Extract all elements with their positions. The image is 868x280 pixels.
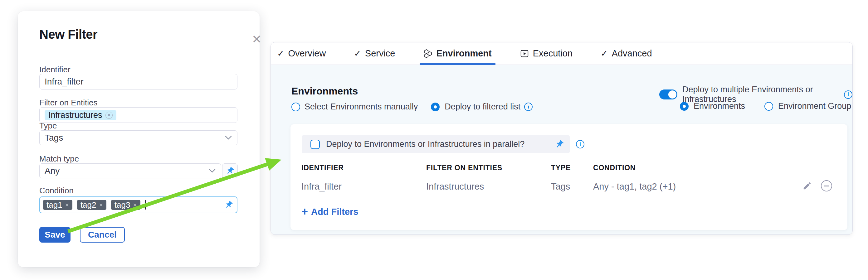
play-box-icon: [520, 49, 529, 58]
tag-chip: tag2 ×: [77, 200, 106, 210]
minus-circle-icon: [821, 180, 832, 191]
stage-tabbar: ✓ Overview ✓ Service Environment: [271, 42, 852, 65]
tab-label: Service: [365, 48, 395, 59]
plus-icon: +: [301, 206, 308, 217]
chevron-down-icon: [225, 135, 232, 140]
identifier-input[interactable]: [39, 74, 238, 90]
pin-icon: [553, 138, 566, 151]
tag-chip: tag3 ×: [111, 200, 141, 210]
entity-chip: Infrastructures ✕: [44, 110, 116, 120]
radio-label: Environment Group: [778, 101, 851, 111]
add-filters-label: Add Filters: [311, 207, 358, 217]
tag-chip-remove-icon[interactable]: ×: [65, 201, 69, 209]
parallel-checkbox-label: Deploy to Environments or Infrastructure…: [326, 139, 549, 149]
info-icon[interactable]: i: [844, 91, 852, 99]
type-select-value: Tags: [44, 133, 63, 143]
remove-filter-button[interactable]: [820, 180, 833, 192]
radio-label: Deploy to filtered list: [444, 102, 520, 112]
text-cursor: [145, 200, 146, 210]
tag-chip-remove-icon[interactable]: ×: [99, 201, 103, 209]
close-icon[interactable]: ✕: [248, 31, 266, 48]
match-type-pin-button[interactable]: [222, 163, 238, 178]
pipeline-stage-panel: ✓ Overview ✓ Service Environment: [271, 42, 853, 235]
tag-chip-label: tag2: [81, 200, 96, 210]
info-icon[interactable]: i: [576, 140, 584, 148]
radio-deploy-to-filtered-list[interactable]: [431, 103, 440, 111]
row-filter-on-entities: Infrastructures: [426, 181, 484, 192]
match-type-select-value: Any: [44, 166, 60, 176]
hexagon-cluster-icon: [424, 49, 433, 58]
parallel-pin-button[interactable]: [555, 140, 564, 149]
new-filter-modal: New Filter ✕ Identifier Filter on Entiti…: [18, 11, 259, 267]
tab-advanced[interactable]: ✓ Advanced: [600, 42, 652, 65]
match-type-select[interactable]: Any: [39, 163, 221, 178]
col-header-filter-on-entities: FILTER ON ENTITIES: [426, 164, 502, 172]
col-header-identifier: IDENTIFIER: [301, 164, 344, 172]
parallel-checkbox[interactable]: [310, 140, 320, 149]
radio-label: Environments: [693, 101, 745, 111]
edit-filter-button[interactable]: [801, 180, 813, 192]
type-label: Type: [39, 121, 57, 131]
pin-icon: [224, 165, 236, 177]
radio-environments[interactable]: [680, 102, 689, 111]
radio-label: Select Environments manually: [305, 102, 418, 112]
toggle-knob: [668, 91, 676, 99]
tag-chip-label: tag1: [46, 200, 62, 210]
tab-overview[interactable]: ✓ Overview: [277, 42, 326, 65]
filter-on-entities-label: Filter on Entities: [39, 98, 97, 108]
check-icon: ✓: [277, 48, 284, 59]
add-filters-button[interactable]: + Add Filters: [301, 206, 359, 217]
filters-card: Deploy to Environments or Infrastructure…: [290, 124, 847, 230]
environment-tab-body: Environments Select Environments manuall…: [271, 65, 852, 235]
condition-pin-button[interactable]: [224, 201, 233, 209]
tab-label: Advanced: [612, 48, 652, 59]
tab-service[interactable]: ✓ Service: [354, 42, 395, 65]
tab-label: Environment: [436, 48, 492, 59]
tab-execution[interactable]: Execution: [520, 42, 572, 65]
screen: New Filter ✕ Identifier Filter on Entiti…: [0, 0, 868, 280]
cancel-button[interactable]: Cancel: [80, 227, 125, 243]
row-condition: Any - tag1, tag2 (+1): [593, 181, 676, 192]
check-icon: ✓: [600, 48, 608, 59]
filter-on-entities-input[interactable]: Infrastructures ✕: [39, 107, 238, 123]
condition-input[interactable]: tag1 × tag2 × tag3 ×: [39, 197, 238, 213]
pin-icon: [222, 199, 235, 211]
tab-label: Overview: [288, 48, 326, 59]
parallel-option-bar: Deploy to Environments or Infrastructure…: [302, 135, 570, 153]
save-button[interactable]: Save: [39, 227, 70, 243]
info-icon[interactable]: i: [524, 103, 533, 111]
pencil-icon: [803, 181, 812, 190]
entity-chip-remove-icon[interactable]: ✕: [105, 112, 113, 119]
row-type: Tags: [551, 181, 570, 192]
type-select[interactable]: Tags: [39, 130, 238, 145]
modal-title: New Filter: [39, 28, 97, 41]
radio-environment-group[interactable]: [765, 102, 773, 111]
tag-chip-remove-icon[interactable]: ×: [133, 201, 137, 209]
chevron-down-icon: [209, 168, 216, 173]
radio-select-environments-manually[interactable]: [291, 103, 300, 111]
deploy-multiple-toggle[interactable]: [659, 90, 677, 100]
col-header-type: TYPE: [551, 164, 571, 172]
row-identifier: Infra_filter: [301, 181, 342, 192]
match-type-label: Match type: [39, 154, 79, 164]
divider: [549, 139, 549, 150]
tab-label: Execution: [533, 48, 572, 59]
identifier-label: Identifier: [39, 65, 70, 74]
tab-environment[interactable]: Environment: [424, 42, 492, 65]
condition-label: Condition: [39, 186, 74, 196]
entity-chip-label: Infrastructures: [49, 110, 102, 120]
environments-heading: Environments: [291, 85, 358, 97]
col-header-condition: CONDITION: [593, 164, 636, 172]
check-icon: ✓: [354, 48, 361, 59]
tag-chip: tag1 ×: [43, 200, 72, 210]
tag-chip-label: tag3: [115, 200, 130, 210]
